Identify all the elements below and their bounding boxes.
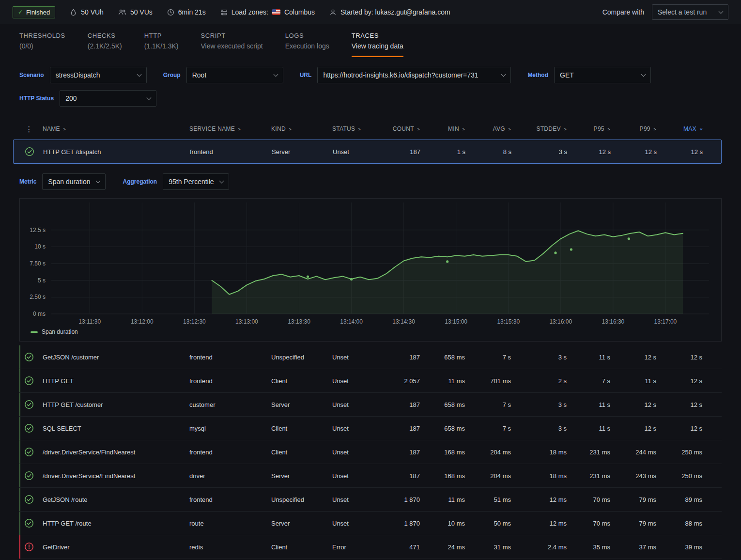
- tab-traces[interactable]: TRACESView tracing data: [352, 32, 403, 57]
- cell-avg: 8 s: [469, 148, 515, 156]
- tab-subtitle: Execution logs: [285, 42, 329, 50]
- y-axis-label: 2.50 s: [30, 294, 46, 300]
- aggregation-select[interactable]: 95th Percentile: [163, 173, 229, 190]
- column-header-p95[interactable]: P95>: [571, 125, 614, 132]
- column-header-kind[interactable]: KIND>: [271, 125, 332, 132]
- kebab-menu-icon[interactable]: ⋮: [19, 124, 43, 134]
- tab-logs[interactable]: LOGSExecution logs: [285, 32, 329, 57]
- cell-min: 168 ms: [424, 449, 469, 456]
- table-row-http-get-customer[interactable]: HTTP GET /customercustomerServerUnset187…: [19, 393, 722, 417]
- table-row-getjson-customer[interactable]: GetJSON /customerfrontendUnspecifiedUnse…: [19, 345, 722, 369]
- cell-min: 658 ms: [424, 354, 469, 361]
- table-row-sql-select[interactable]: SQL SELECTmysqlClientUnset187658 ms7 s3 …: [19, 417, 722, 440]
- method-select[interactable]: GET: [554, 67, 651, 83]
- cell-kind: Unspecified: [271, 354, 332, 361]
- table-row-http-get-route[interactable]: HTTP GET /routerouteServerUnset1 87010 m…: [19, 512, 722, 535]
- cell-max: 12 s: [660, 377, 706, 385]
- table-row-driver-driverservice-findnearest[interactable]: /driver.DriverService/FindNearestfronten…: [19, 440, 722, 464]
- chevron-down-icon: [719, 9, 724, 14]
- column-header-name[interactable]: NAME>: [43, 125, 189, 132]
- sort-caret-icon: >: [417, 126, 420, 131]
- cell-status: Unset: [332, 449, 378, 456]
- column-header-max[interactable]: MAX>: [660, 125, 706, 132]
- metric-controls: MetricSpan durationAggregation95th Perce…: [0, 164, 741, 190]
- tab-thresholds[interactable]: THRESHOLDS(0/0): [19, 32, 65, 57]
- cell-count: 187: [378, 354, 424, 361]
- cell-service: route: [189, 520, 271, 527]
- filter-group: GroupRoot: [163, 67, 283, 83]
- cell-count: 187: [379, 148, 424, 156]
- cell-count: 187: [378, 472, 424, 480]
- filter-label: HTTP Status: [19, 95, 54, 102]
- run-stats: 50 VUh50 VUs6min 21sLoad zones:ColumbusS…: [70, 8, 450, 16]
- cell-stddev: 12 ms: [515, 496, 571, 503]
- legend-item-span-duration[interactable]: Span duration: [31, 328, 78, 335]
- http-status-select[interactable]: 200: [60, 90, 156, 107]
- table-row-http-get[interactable]: HTTP GETfrontendClientUnset2 05711 ms701…: [19, 369, 722, 393]
- cell-name: /driver.DriverService/FindNearest: [43, 449, 189, 456]
- cell-max: 250 ms: [660, 472, 706, 480]
- tab-title: TRACES: [352, 32, 403, 39]
- chevron-down-icon: [501, 72, 506, 77]
- tab-subtitle: View tracing data: [352, 42, 403, 50]
- cell-service: frontend: [190, 148, 272, 156]
- group-select[interactable]: Root: [186, 67, 283, 83]
- cell-status: Unset: [332, 354, 378, 361]
- status-badge: ✓ Finished: [13, 6, 55, 18]
- chart-legend: Span duration: [20, 328, 721, 335]
- cell-count: 471: [378, 544, 424, 551]
- sort-caret-icon: >: [607, 126, 610, 131]
- cell-kind: Client: [271, 544, 332, 551]
- column-header-avg[interactable]: AVG>: [469, 125, 515, 132]
- user-icon: [329, 9, 337, 16]
- sort-caret-icon: >: [358, 126, 361, 131]
- us-flag-icon: [272, 9, 280, 15]
- column-header-min[interactable]: MIN>: [424, 125, 469, 132]
- filter-scenario: ScenariostressDispatch: [19, 67, 147, 83]
- cell-p99: 12 s: [614, 401, 660, 408]
- table-row-http-get-dispatch[interactable]: HTTP GET /dispatchfrontendServerUnset187…: [13, 140, 722, 164]
- table-row-getjson-route[interactable]: GetJSON /routefrontendUnspecifiedUnset1 …: [19, 488, 722, 512]
- column-header-service-name[interactable]: SERVICE NAME>: [189, 125, 271, 132]
- column-header-p99[interactable]: P99>: [614, 125, 660, 132]
- compare-with-label: Compare with: [602, 8, 644, 16]
- url-select[interactable]: https://hotrod-insights.k6.io/dispatch?c…: [317, 67, 511, 83]
- table-row-getdriver[interactable]: GetDriverredisClientError47124 ms31 ms2.…: [19, 535, 722, 559]
- x-axis-label: 13:15:30: [497, 318, 520, 325]
- compare-test-run-select[interactable]: Select a test run: [652, 4, 728, 20]
- run-stat-50-vus: 50 VUs: [118, 8, 153, 16]
- cell-kind: Server: [271, 401, 332, 408]
- filter-http-status: HTTP Status200: [19, 90, 156, 107]
- x-axis-label: 13:16:30: [602, 318, 625, 325]
- control-label: Metric: [19, 178, 36, 185]
- cell-max: 12 s: [660, 425, 706, 432]
- tab-script[interactable]: SCRIPTView executed script: [201, 32, 263, 57]
- y-axis-label: 12.5 s: [30, 227, 46, 233]
- cell-min: 1 s: [424, 148, 469, 156]
- tab-checks[interactable]: CHECKS(2.1K/2.5K): [88, 32, 122, 57]
- vus-icon: [118, 9, 126, 16]
- cell-p95: 231 ms: [571, 472, 614, 480]
- cell-name: HTTP GET /dispatch: [43, 148, 190, 156]
- column-header-stddev[interactable]: STDDEV>: [515, 125, 571, 132]
- x-axis-label: 13:13:30: [288, 318, 310, 325]
- column-label: KIND: [271, 125, 286, 132]
- cell-service: frontend: [189, 354, 271, 361]
- sort-caret-icon: >: [63, 126, 66, 131]
- run-stat-50-vuh: 50 VUh: [70, 8, 104, 16]
- data-point-marker: [307, 276, 309, 278]
- column-header-status[interactable]: STATUS>: [332, 125, 378, 132]
- scenario-select[interactable]: stressDispatch: [50, 67, 147, 83]
- metric-select[interactable]: Span duration: [42, 173, 105, 190]
- column-label: MIN: [448, 125, 459, 132]
- cell-name: GetJSON /customer: [43, 354, 189, 361]
- tab-http[interactable]: HTTP(1.1K/1.3K): [144, 32, 179, 57]
- column-header-count[interactable]: COUNT>: [378, 125, 424, 132]
- chevron-down-icon: [95, 179, 100, 184]
- cell-stddev: 2 s: [515, 377, 571, 385]
- cell-kind: Client: [271, 425, 332, 432]
- table-row-driver-driverservice-findnearest[interactable]: /driver.DriverService/FindNearestdriverS…: [19, 464, 722, 488]
- cell-status: Unset: [332, 401, 378, 408]
- cell-min: 11 ms: [424, 377, 469, 385]
- select-value: Root: [192, 71, 207, 79]
